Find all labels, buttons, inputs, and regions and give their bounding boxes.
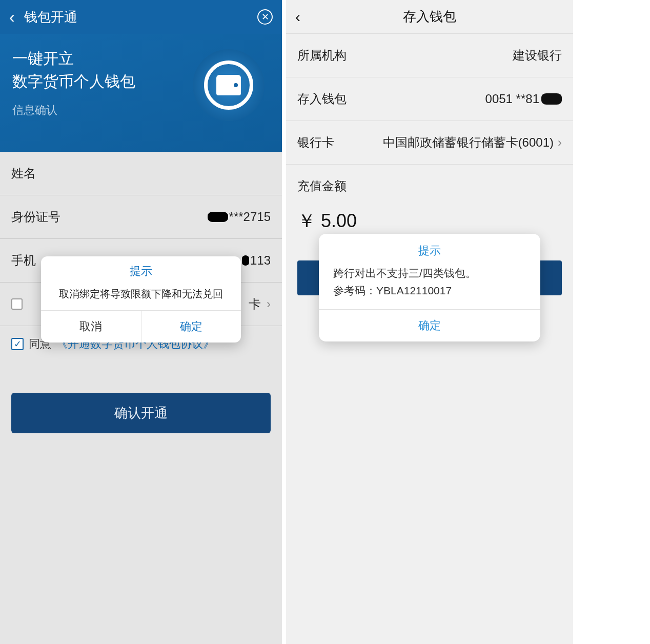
field-phone-value: 113 [242,253,271,268]
field-name[interactable]: 姓名 [0,152,282,195]
dialog-title: 提示 [41,256,241,283]
redaction-blot [541,93,562,105]
institution-label: 所属机构 [297,47,347,64]
cancel-button[interactable]: 取消 [41,311,141,343]
field-id-label: 身份证号 [11,209,60,225]
amount-label: 充值金额 [297,178,562,194]
institution-value: 建设银行 [513,47,562,64]
dialog-actions: 取消 确定 [41,310,241,343]
row-bankcard[interactable]: 银行卡 中国邮政储蓄银行储蓄卡(6001) › [286,121,573,165]
screen-deposit: ‹ 存入钱包 所属机构 建设银行 存入钱包 0051 **81 银行卡 中国邮政… [286,0,573,644]
back-icon[interactable]: ‹ [9,9,15,25]
redaction-blot [242,255,249,266]
chevron-right-icon: › [558,135,562,150]
page-title: 钱包开通 [24,8,77,26]
amount-section: 充值金额 ￥ 5.00 [286,165,573,239]
field-phone-label: 手机 [11,252,36,269]
wallet-value: 0051 **81 [485,92,562,106]
screen-wallet-open: ‹ 钱包开通 ✕ 一键开立 数字货币个人钱包 信息确认 姓名 身份证号 ***2… [0,0,282,644]
wallet-icon [216,75,241,95]
dialog-unbind: 提示 取消绑定将导致限额下降和无法兑回 取消 确定 [41,256,241,343]
ok-button[interactable]: 确定 [319,309,540,341]
dialog-body-line2: 参考码：YBLA12110017 [333,282,526,299]
page-title: 存入钱包 [403,8,456,26]
dialog-body-line1: 跨行对出不支持三/四类钱包。 [333,265,526,282]
dialog-body: 跨行对出不支持三/四类钱包。 参考码：YBLA12110017 [319,265,540,309]
close-icon[interactable]: ✕ [257,9,273,25]
checkbox-checked[interactable]: ✓ [11,338,24,350]
dialog-error: 提示 跨行对出不支持三/四类钱包。 参考码：YBLA12110017 确定 [319,234,540,341]
bankcard-label: 银行卡 [297,134,334,151]
header-left: ‹ 钱包开通 ✕ [0,0,282,34]
field-id-value: ***2715 [208,210,271,224]
bankcard-value: 中国邮政储蓄银行储蓄卡(6001) › [383,134,562,151]
dialog-body: 取消绑定将导致限额下降和无法兑回 [41,283,241,310]
back-icon[interactable]: ‹ [295,8,300,26]
wallet-label: 存入钱包 [297,91,347,107]
confirm-open-button[interactable]: 确认开通 [11,393,271,433]
field-card-value: 卡 › [249,296,271,312]
amount-value: ￥ 5.00 [297,209,562,234]
row-institution: 所属机构 建设银行 [286,34,573,77]
hero-banner: 一键开立 数字货币个人钱包 信息确认 [0,34,282,152]
field-name-label: 姓名 [11,165,36,182]
row-wallet[interactable]: 存入钱包 0051 **81 [286,77,573,121]
chevron-right-icon: › [267,297,271,311]
field-card-label [28,297,31,311]
redaction-blot [208,212,228,222]
checkbox-unchecked[interactable] [11,298,23,310]
ok-button[interactable]: 确定 [141,311,241,343]
wallet-illustration [193,49,265,121]
dialog-title: 提示 [319,234,540,265]
field-id[interactable]: 身份证号 ***2715 [0,195,282,239]
header-right: ‹ 存入钱包 [286,0,573,34]
